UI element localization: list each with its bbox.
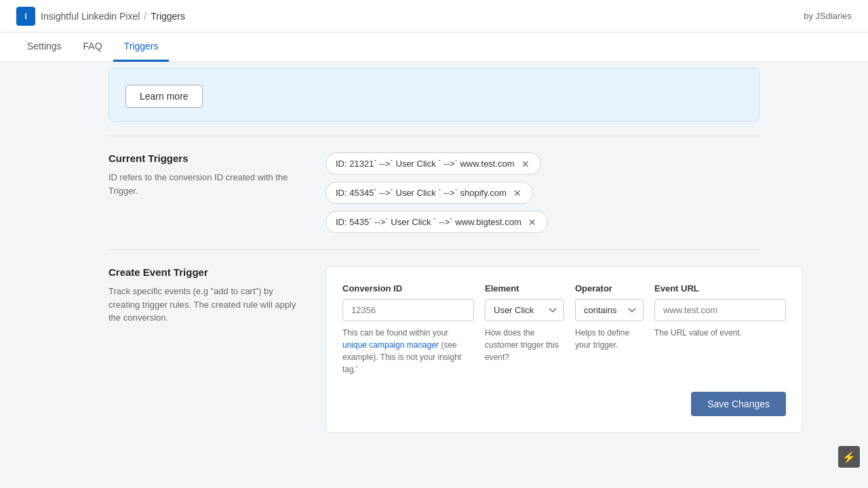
create-trigger-label: Create Event Trigger Track specific even… xyxy=(108,266,298,433)
learn-more-button[interactable]: Learn more xyxy=(125,85,203,108)
operator-desc: Helps to define your trigger. xyxy=(575,327,644,351)
trigger-tag-1: ID: 45345` -->` User Click ` -->` shopif… xyxy=(326,182,533,204)
create-trigger-section: Create Event Trigger Track specific even… xyxy=(108,249,760,449)
trigger-tag-close-0[interactable]: ✕ xyxy=(520,159,531,169)
create-trigger-title: Create Event Trigger xyxy=(108,266,298,278)
element-desc: How does the customer trigger this event… xyxy=(485,327,564,363)
breadcrumb-separator: / xyxy=(144,11,146,22)
trigger-tag-text-0: ID: 21321` -->` User Click ` -->` www.te… xyxy=(336,159,515,169)
conversion-id-input[interactable] xyxy=(342,299,474,321)
trigger-tag-2: ID: 5435` -->` User Click ` -->` www.big… xyxy=(326,211,548,233)
breadcrumb-app-name: Insightful Linkedin Pixel xyxy=(41,11,140,22)
element-field: Element User Click Page View Form Submit… xyxy=(485,283,564,375)
header-left: i Insightful Linkedin Pixel / Triggers xyxy=(16,7,185,26)
event-url-field: Event URL The URL value of event. xyxy=(654,283,786,375)
conversion-id-field: Conversion ID This can be found within y… xyxy=(342,283,474,375)
create-trigger-card: Conversion ID This can be found within y… xyxy=(326,266,803,433)
current-triggers-title: Current Triggers xyxy=(108,152,298,164)
create-trigger-content: Conversion ID This can be found within y… xyxy=(326,266,803,433)
nav-tabs: Settings FAQ Triggers xyxy=(0,33,868,62)
trigger-tag-text-2: ID: 5435` -->` User Click ` -->` www.big… xyxy=(336,217,521,227)
trigger-tags-list: ID: 21321` -->` User Click ` -->` www.te… xyxy=(326,152,760,233)
create-trigger-desc: Track specific events (e.g "add to cart"… xyxy=(108,285,298,325)
user-label: by JSdiaries xyxy=(804,11,852,21)
app-header: i Insightful Linkedin Pixel / Triggers b… xyxy=(0,0,868,33)
tab-settings[interactable]: Settings xyxy=(16,33,73,62)
trigger-tag-text-1: ID: 45345` -->` User Click ` -->` shopif… xyxy=(336,188,507,198)
flash-icon[interactable]: ⚡ xyxy=(838,446,860,468)
conversion-id-desc: This can be found within your unique cam… xyxy=(342,327,474,375)
current-triggers-desc: ID refers to the conversion ID created w… xyxy=(108,171,298,197)
event-url-input[interactable] xyxy=(654,299,786,321)
trigger-tag-0: ID: 21321` -->` User Click ` -->` www.te… xyxy=(326,152,541,175)
app-logo: i xyxy=(16,7,35,26)
element-select[interactable]: User Click Page View Form Submit xyxy=(485,299,564,321)
operator-field: Operator contains equals starts with end… xyxy=(575,283,644,375)
tab-faq[interactable]: FAQ xyxy=(73,33,113,62)
current-triggers-content: ID: 21321` -->` User Click ` -->` www.te… xyxy=(326,152,760,233)
current-triggers-section: Current Triggers ID refers to the conver… xyxy=(108,136,760,249)
event-url-label: Event URL xyxy=(654,283,786,293)
conversion-id-label: Conversion ID xyxy=(342,283,474,293)
form-fields-row: Conversion ID This can be found within y… xyxy=(342,283,786,375)
save-changes-button[interactable]: Save Changes xyxy=(691,392,786,416)
tab-triggers[interactable]: Triggers xyxy=(113,33,170,62)
operator-select[interactable]: contains equals starts with ends with xyxy=(575,299,644,321)
event-url-desc: The URL value of event. xyxy=(654,327,786,339)
element-label: Element xyxy=(485,283,564,293)
current-triggers-label: Current Triggers ID refers to the conver… xyxy=(108,152,298,233)
breadcrumb-current: Triggers xyxy=(151,11,185,22)
breadcrumb: Insightful Linkedin Pixel / Triggers xyxy=(41,11,185,22)
trigger-tag-close-1[interactable]: ✕ xyxy=(512,188,523,198)
main-content: Learn more Current Triggers ID refers to… xyxy=(0,68,868,449)
trigger-tag-close-2[interactable]: ✕ xyxy=(527,218,538,227)
operator-label: Operator xyxy=(575,283,644,293)
campaign-manager-link[interactable]: unique campaign manager xyxy=(342,340,439,350)
info-card: Learn more xyxy=(108,68,760,122)
